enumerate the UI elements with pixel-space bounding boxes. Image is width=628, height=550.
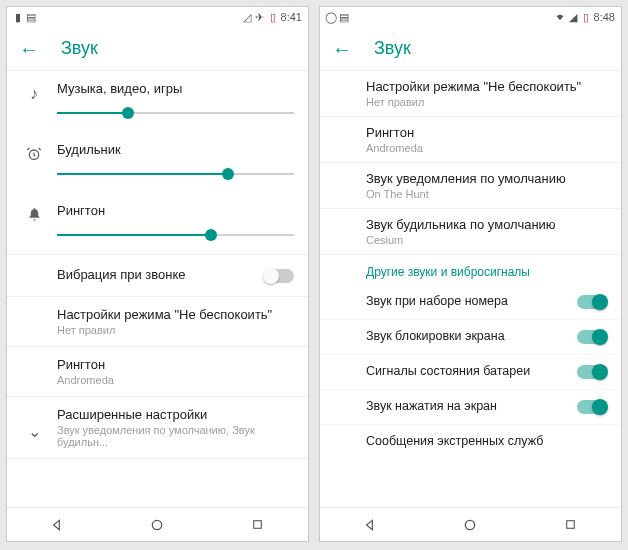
toggle-touch[interactable]: Звук нажатия на экран xyxy=(320,390,621,425)
notif-sound-row[interactable]: Звук уведомления по умолчанию On The Hun… xyxy=(320,163,621,209)
appbar-title: Звук xyxy=(374,38,411,59)
bell-icon xyxy=(17,203,51,222)
vibrate-row[interactable]: Вибрация при звонке xyxy=(7,255,308,297)
chevron-down-icon: ⌄ xyxy=(17,414,51,441)
battery-icon: ▯ xyxy=(581,11,591,23)
sdcard-icon: ▤ xyxy=(26,11,36,23)
nav-recents-icon[interactable] xyxy=(562,516,580,534)
toggle-label: Звук блокировки экрана xyxy=(366,329,505,343)
battery-small-icon: ▮ xyxy=(13,11,23,23)
ringtone-row[interactable]: Рингтон Andromeda xyxy=(7,347,308,397)
emergency-label: Сообщения экстренных служб xyxy=(366,434,543,448)
nav-back-icon[interactable] xyxy=(48,516,66,534)
dnd-row[interactable]: Настройки режима "Не беспокоить" Нет пра… xyxy=(320,71,621,117)
ringtone-sub: Andromeda xyxy=(366,142,607,154)
notif-sub: On The Hunt xyxy=(366,188,607,200)
toggle-switch[interactable] xyxy=(577,330,607,344)
ringtone-sub: Andromeda xyxy=(57,374,294,386)
dnd-sub: Нет правил xyxy=(57,324,294,336)
back-icon[interactable]: ← xyxy=(332,39,352,59)
alarm-title: Звук будильника по умолчанию xyxy=(366,217,607,232)
alarm-sub: Cesium xyxy=(366,234,607,246)
toggle-switch[interactable] xyxy=(577,365,607,379)
appbar: ← Звук xyxy=(7,27,308,71)
battery-icon: ▯ xyxy=(268,11,278,23)
slider-ring: Рингтон xyxy=(7,193,308,255)
advanced-row[interactable]: ⌄ Расширенные настройки Звук уведомления… xyxy=(7,397,308,459)
alarm-clock-icon xyxy=(17,142,51,162)
vibrate-switch[interactable] xyxy=(264,269,294,283)
notif-icon: ◯ xyxy=(326,11,336,23)
navbar xyxy=(7,507,308,541)
sdcard-icon: ▤ xyxy=(339,11,349,23)
toggle-switch[interactable] xyxy=(577,400,607,414)
slider-alarm-track[interactable] xyxy=(57,165,294,183)
alarm-sound-row[interactable]: Звук будильника по умолчанию Cesium xyxy=(320,209,621,255)
slider-label: Будильник xyxy=(57,142,294,157)
svg-point-3 xyxy=(466,520,475,529)
toggle-screenlock[interactable]: Звук блокировки экрана xyxy=(320,320,621,355)
statusbar: ◯ ▤ ◢ ▯ 8:48 xyxy=(320,7,621,27)
section-other-sounds: Другие звуки и вибросигналы xyxy=(320,255,621,285)
slider-media-track[interactable] xyxy=(57,104,294,122)
vibrate-label: Вибрация при звонке xyxy=(57,267,186,282)
dnd-title: Настройки режима "Не беспокоить" xyxy=(57,307,294,322)
nav-back-icon[interactable] xyxy=(361,516,379,534)
nav-home-icon[interactable] xyxy=(148,516,166,534)
content: ♪ Музыка, видео, игры Будильник xyxy=(7,71,308,507)
dnd-row[interactable]: Настройки режима "Не беспокоить" Нет пра… xyxy=(7,297,308,347)
wifi-icon xyxy=(555,11,565,23)
appbar: ← Звук xyxy=(320,27,621,71)
back-icon[interactable]: ← xyxy=(19,39,39,59)
slider-media: ♪ Музыка, видео, игры xyxy=(7,71,308,132)
svg-point-1 xyxy=(153,520,162,529)
slider-alarm: Будильник xyxy=(7,132,308,193)
svg-rect-2 xyxy=(254,521,262,529)
dnd-title: Настройки режима "Не беспокоить" xyxy=(366,79,607,94)
content: Настройки режима "Не беспокоить" Нет пра… xyxy=(320,71,621,507)
no-sim-icon: ◿ xyxy=(242,11,252,23)
toggle-switch[interactable] xyxy=(577,295,607,309)
dnd-sub: Нет правил xyxy=(366,96,607,108)
ringtone-title: Рингтон xyxy=(366,125,607,140)
slider-label: Рингтон xyxy=(57,203,294,218)
statusbar: ▮ ▤ ◿ ✈ ▯ 8:41 xyxy=(7,7,308,27)
ringtone-title: Рингтон xyxy=(57,357,294,372)
slider-label: Музыка, видео, игры xyxy=(57,81,294,96)
slider-ring-track[interactable] xyxy=(57,226,294,244)
toggle-label: Звук нажатия на экран xyxy=(366,399,497,413)
toggle-battery[interactable]: Сигналы состояния батареи xyxy=(320,355,621,390)
statusbar-time: 8:48 xyxy=(594,11,615,23)
toggle-label: Сигналы состояния батареи xyxy=(366,364,530,378)
ringtone-row[interactable]: Рингтон Andromeda xyxy=(320,117,621,163)
advanced-title: Расширенные настройки xyxy=(57,407,294,422)
toggle-dialpad[interactable]: Звук при наборе номера xyxy=(320,285,621,320)
nav-home-icon[interactable] xyxy=(461,516,479,534)
toggle-label: Звук при наборе номера xyxy=(366,294,508,308)
airplane-icon: ✈ xyxy=(255,11,265,23)
navbar xyxy=(320,507,621,541)
phone-right: ◯ ▤ ◢ ▯ 8:48 ← Звук Настройки режима "Не… xyxy=(319,6,622,542)
signal-icon: ◢ xyxy=(568,11,578,23)
emergency-row[interactable]: Сообщения экстренных служб xyxy=(320,425,621,459)
statusbar-time: 8:41 xyxy=(281,11,302,23)
notif-title: Звук уведомления по умолчанию xyxy=(366,171,607,186)
appbar-title: Звук xyxy=(61,38,98,59)
nav-recents-icon[interactable] xyxy=(249,516,267,534)
phone-left: ▮ ▤ ◿ ✈ ▯ 8:41 ← Звук ♪ Музыка, видео, и… xyxy=(6,6,309,542)
music-note-icon: ♪ xyxy=(17,81,51,103)
advanced-sub: Звук уведомления по умолчанию, Звук буди… xyxy=(57,424,294,448)
svg-rect-4 xyxy=(567,521,575,529)
